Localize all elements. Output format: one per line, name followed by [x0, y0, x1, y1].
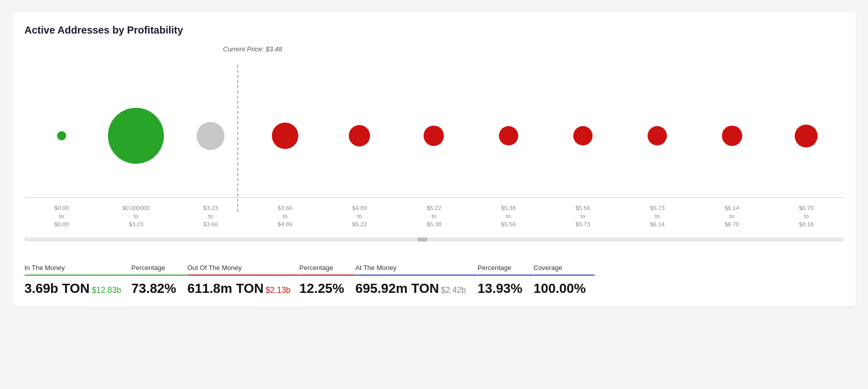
in-money-pct-label: Percentage: [131, 264, 187, 272]
out-money-value: 611.8m TON$2.13b: [187, 281, 299, 296]
at-money-pct-underline: [478, 275, 534, 276]
chart-title: Active Addresses by Profitability: [24, 24, 844, 36]
bubble-4: [349, 125, 370, 146]
bubble-8: [648, 126, 667, 145]
bubble-slot-7: [546, 126, 620, 145]
bubbles-container: [24, 65, 844, 207]
x-label-1: $0.000000to$3.23: [99, 204, 173, 228]
out-money-underline: [187, 275, 299, 276]
bubble-9: [722, 126, 742, 146]
x-label-2: $3.23to$3.66: [174, 204, 248, 228]
x-label-6: $5.38to$5.56: [471, 204, 546, 228]
x-label-4: $4.89to$5.22: [322, 204, 397, 228]
in-money-value: 3.69b TON$12.83b: [24, 281, 131, 296]
x-labels: $0.00to$0.00$0.000000to$3.23$3.23to$3.66…: [24, 204, 844, 228]
legend-row: In The Money 3.69b TON$12.83b Percentage…: [24, 264, 844, 296]
at-money-ton: 695.92m TON: [355, 281, 439, 296]
x-label-8: $5.73to$6.14: [620, 204, 694, 228]
x-axis-line: [24, 197, 844, 198]
bubble-3: [272, 123, 298, 149]
in-money-usd: $12.83b: [92, 286, 121, 294]
out-money-pct-underline: [299, 275, 355, 276]
bubble-1: [108, 108, 164, 164]
legend-section: In The Money 3.69b TON$12.83b Percentage…: [24, 256, 844, 296]
bubble-5: [424, 126, 444, 146]
chart-area: Current Price: $3.48 $0.00to$0.00$0.0000…: [24, 40, 844, 233]
in-money-ton: 3.69b TON: [24, 281, 90, 296]
out-money-pct-value: 12.25%: [299, 281, 355, 296]
in-money-pct-underline: [131, 275, 187, 276]
at-money-underline: [355, 275, 478, 276]
main-card: Active Addresses by Profitability Curren…: [12, 12, 856, 307]
bubble-slot-4: [322, 125, 397, 146]
bubble-10: [795, 125, 818, 147]
bubble-slot-1: [99, 108, 173, 164]
in-the-money-col: In The Money 3.69b TON$12.83b: [24, 264, 131, 296]
at-money-usd: $2.42b: [441, 286, 466, 294]
scrollbar-thumb[interactable]: [417, 237, 428, 242]
x-label-5: $5.22to$5.38: [397, 204, 471, 228]
out-money-pct-label: Percentage: [299, 264, 355, 272]
bubble-slot-8: [620, 126, 694, 145]
current-price-label: Current Price: $3.48: [223, 45, 282, 53]
x-label-3: $3.66to$4.89: [248, 204, 322, 228]
at-money-pct-value: 13.93%: [478, 281, 534, 296]
at-money-pct-label: Percentage: [478, 264, 534, 272]
x-label-9: $6.14to$6.70: [694, 204, 769, 228]
out-of-money-col: Out Of The Money 611.8m TON$2.13b: [187, 264, 299, 296]
coverage-underline: [534, 275, 595, 276]
coverage-col: Coverage 100.00%: [534, 264, 595, 296]
bubble-slot-6: [471, 126, 546, 145]
out-money-label: Out Of The Money: [187, 264, 299, 272]
coverage-label: Coverage: [534, 264, 595, 272]
in-money-label: In The Money: [24, 264, 131, 272]
bubble-slot-3: [248, 123, 322, 149]
out-money-usd: $2.13b: [266, 286, 291, 294]
bubble-slot-9: [694, 126, 769, 146]
bubble-0: [57, 131, 66, 140]
out-money-ton: 611.8m TON: [187, 281, 264, 296]
in-money-underline: [24, 275, 131, 276]
x-label-7: $5.56to$5.73: [546, 204, 620, 228]
in-money-pct-value: 73.82%: [131, 281, 187, 296]
x-label-0: $0.00to$0.00: [24, 204, 99, 228]
bubble-slot-5: [397, 126, 471, 146]
scrollbar-area[interactable]: [24, 237, 844, 242]
at-money-pct-col: Percentage 13.93%: [478, 264, 534, 296]
at-money-label: At The Money: [355, 264, 478, 272]
in-money-pct-col: Percentage 73.82%: [131, 264, 187, 296]
bubble-slot-2: [174, 122, 248, 150]
bubble-slot-0: [24, 131, 99, 140]
bubble-slot-10: [769, 125, 844, 147]
x-label-10: $6.70to$8.18: [769, 204, 844, 228]
bubble-6: [499, 126, 518, 145]
out-money-pct-col: Percentage 12.25%: [299, 264, 355, 296]
at-money-value: 695.92m TON$2.42b: [355, 281, 478, 296]
coverage-value: 100.00%: [534, 281, 595, 296]
at-the-money-col: At The Money 695.92m TON$2.42b: [355, 264, 478, 296]
bubble-2: [197, 122, 225, 150]
bubble-7: [573, 126, 593, 145]
